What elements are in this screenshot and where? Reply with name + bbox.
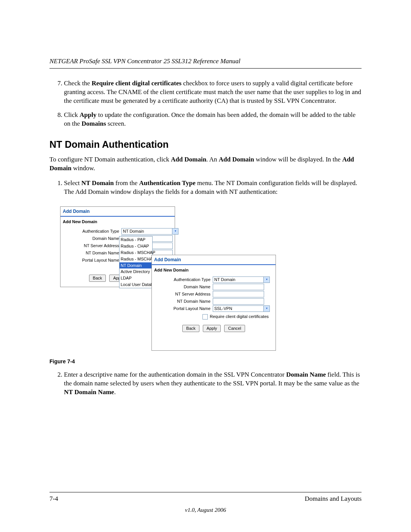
require-cert-label: Require client digital certificates: [210, 314, 269, 320]
label2-nt-domain: NT Domain Name: [154, 299, 213, 304]
portal-value-2: SSL-VPN: [214, 306, 232, 312]
row2-require-cert: Require client digital certificates: [152, 312, 276, 320]
label2-domain-name: Domain Name: [154, 284, 213, 290]
chevron-down-icon: ▾: [263, 306, 269, 312]
step8-bold1: Apply: [80, 111, 96, 118]
section-step-list-2: Enter a descriptive name for the authent…: [49, 371, 362, 397]
footer-section: Domains and Layouts: [305, 495, 362, 503]
dialog2-subtitle: Add New Domain: [152, 265, 276, 276]
label2-auth-type: Authentication Type: [154, 277, 213, 283]
opt-radius-mschapv2[interactable]: Radius - MSCHAPV2: [119, 256, 152, 262]
auth-type-value: NT Domain: [123, 228, 144, 234]
footer-version: v1.0, August 2006: [0, 506, 411, 514]
opt-radius-mschap[interactable]: Radius - MSCHAP: [119, 249, 152, 256]
cancel-button-2[interactable]: Cancel: [224, 325, 245, 332]
auth-type-dropdown-list[interactable]: Radius - PAP Radius - CHAP Radius - MSCH…: [119, 236, 153, 288]
step8-post: screen.: [106, 120, 126, 127]
footer-page-number: 7-4: [49, 495, 58, 503]
intro-mid2: window will be displayed. In the: [254, 156, 342, 163]
auth-type-value-2: NT Domain: [214, 277, 235, 283]
step-7: Check the Require client digital certifi…: [64, 79, 362, 105]
auth-type-select-2[interactable]: NT Domain ▾: [213, 276, 270, 283]
back-button-2[interactable]: Back: [182, 325, 199, 332]
document-page: NETGEAR ProSafe SSL VPN Concentrator 25 …: [0, 0, 411, 532]
figure-caption: Figure 7-4: [49, 358, 362, 365]
section-title: NT Domain Authentication: [49, 138, 362, 151]
step7-bold1: Require client digital certificates: [92, 80, 182, 87]
dialog2-buttons: Back Apply Cancel: [152, 320, 276, 334]
back-button[interactable]: Back: [89, 275, 106, 282]
opt-radius-pap[interactable]: Radius - PAP: [119, 236, 152, 243]
step8-pre: Click: [64, 111, 80, 118]
step1-pre: Select: [64, 179, 81, 187]
step-1: Select NT Domain from the Authentication…: [64, 179, 362, 197]
step2-pre: Enter a descriptive name for the authent…: [64, 371, 286, 378]
opt-local-user-db[interactable]: Local User Datab: [119, 281, 152, 288]
row2-portal: Portal Layout Name SSL-VPN ▾: [152, 305, 276, 312]
row2-domain-name: Domain Name: [152, 283, 276, 291]
label-auth-type: Authentication Type: [63, 228, 121, 234]
intro-paragraph: To configure NT Domain authentication, c…: [49, 155, 362, 173]
row2-nt-server: NT Server Address: [152, 291, 276, 298]
step2-b1: Domain Name: [286, 371, 326, 378]
label2-portal: Portal Layout Name: [154, 306, 213, 312]
chevron-down-icon: ▾: [263, 277, 269, 283]
label-nt-domain: NT Domain Name: [63, 250, 121, 256]
figure-7-4: Add Domain Add New Domain Authentication…: [60, 206, 362, 355]
intro-b2: Add Domain: [219, 156, 254, 163]
row-auth-type: Authentication Type NT Domain ▾: [61, 228, 175, 235]
auth-type-select[interactable]: NT Domain ▾: [121, 228, 178, 235]
top-step-list: Check the Require client digital certifi…: [49, 79, 362, 128]
nt-domain-input-2[interactable]: [213, 298, 264, 305]
intro-post: window.: [72, 165, 95, 172]
dialog2-title: Add Domain: [152, 255, 276, 265]
nt-server-input-2[interactable]: [213, 291, 264, 297]
document-header: NETGEAR ProSafe SSL VPN Concentrator 25 …: [49, 57, 362, 69]
step2-post: .: [114, 388, 116, 396]
step1-mid: from the: [114, 179, 139, 187]
require-cert-checkbox-2[interactable]: [202, 314, 208, 320]
step1-b2: Authentication Type: [139, 179, 196, 187]
document-footer: 7-4 Domains and Layouts: [49, 492, 362, 503]
section-step-list: Select NT Domain from the Authentication…: [49, 179, 362, 197]
label-portal: Portal Layout Name: [63, 257, 121, 263]
label-nt-server: NT Server Address: [63, 243, 121, 249]
row2-nt-domain: NT Domain Name: [152, 298, 276, 305]
dialog1-title: Add Domain: [61, 207, 175, 217]
row-nt-server: NT Server Address: [61, 242, 175, 249]
label-domain-name: Domain Name: [63, 236, 121, 241]
opt-active-directory[interactable]: Active Directory: [119, 268, 152, 275]
step7-text: Check the: [64, 80, 92, 87]
apply-button-2[interactable]: Apply: [203, 325, 221, 332]
add-domain-dialog-nt: Add Domain Add New Domain Authentication…: [151, 255, 276, 351]
domain-name-input-2[interactable]: [213, 284, 264, 290]
step2-b2: NT Domain Name: [64, 388, 114, 396]
intro-b1: Add Domain: [171, 156, 206, 163]
label2-nt-server: NT Server Address: [154, 291, 213, 297]
step-2: Enter a descriptive name for the authent…: [64, 371, 362, 397]
portal-select-2[interactable]: SSL-VPN ▾: [213, 305, 270, 312]
intro-pre: To configure NT Domain authentication, c…: [49, 156, 171, 163]
chevron-down-icon: ▾: [172, 228, 178, 234]
opt-nt-domain[interactable]: NT Domain: [119, 262, 152, 269]
opt-radius-chap[interactable]: Radius - CHAP: [119, 243, 152, 249]
row2-auth-type: Authentication Type NT Domain ▾: [152, 276, 276, 283]
step8-bold2: Domains: [81, 120, 106, 127]
step-8: Click Apply to update the configuration.…: [64, 111, 362, 128]
intro-mid: . An: [206, 156, 219, 163]
opt-ldap[interactable]: LDAP: [119, 275, 152, 281]
dialog1-subtitle: Add New Domain: [61, 217, 175, 228]
step1-b1: NT Domain: [81, 179, 114, 187]
row-domain-name: Domain Name: [61, 235, 175, 242]
